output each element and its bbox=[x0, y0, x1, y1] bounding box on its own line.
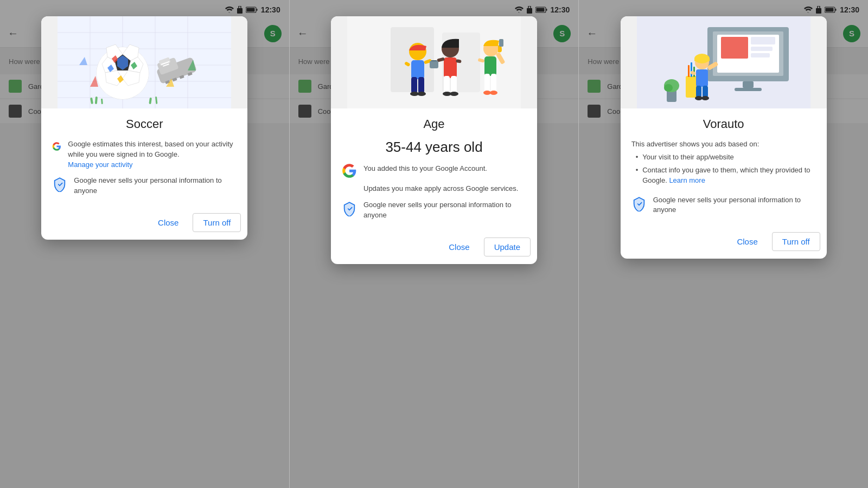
svg-rect-74 bbox=[484, 56, 496, 76]
svg-rect-99 bbox=[691, 62, 692, 77]
dialog-vorauto-actions: Close Turn off bbox=[621, 228, 827, 259]
svg-rect-104 bbox=[696, 69, 708, 87]
svg-rect-96 bbox=[735, 88, 762, 91]
svg-rect-108 bbox=[703, 86, 708, 98]
screens-container: 12:30 ← Google Ad Settings S How were ad… bbox=[0, 0, 868, 488]
svg-rect-75 bbox=[484, 74, 490, 92]
bullet-item-2: • Contact info you gave to them, which t… bbox=[636, 165, 816, 185]
svg-rect-65 bbox=[444, 76, 450, 93]
svg-point-80 bbox=[483, 91, 491, 95]
svg-point-72 bbox=[450, 92, 458, 96]
google-g-icon-2 bbox=[342, 163, 357, 178]
svg-rect-107 bbox=[696, 86, 701, 98]
soccer-illustration bbox=[41, 16, 247, 108]
dialog-soccer: Soccer Google estimates this interest, b… bbox=[41, 16, 247, 240]
age-privacy-text: Google never sells your personal informa… bbox=[363, 200, 526, 220]
info-row-soccer-1: Google estimates this interest, based on… bbox=[52, 139, 237, 169]
dialog-vorauto-body: Vorauto This advertiser shows you ads ba… bbox=[621, 108, 827, 228]
vorauto-close-button[interactable]: Close bbox=[727, 233, 767, 251]
svg-rect-95 bbox=[743, 81, 754, 88]
svg-rect-98 bbox=[688, 65, 690, 77]
svg-rect-92 bbox=[751, 37, 775, 44]
soccer-privacy-text: Google never sells your personal informa… bbox=[74, 176, 237, 195]
soccer-turnoff-button[interactable]: Turn off bbox=[193, 213, 241, 232]
age-info-secondary: Updates you make apply across Google ser… bbox=[363, 184, 518, 192]
svg-rect-76 bbox=[491, 74, 496, 92]
overlay-1: Soccer Google estimates this interest, b… bbox=[0, 0, 289, 488]
svg-rect-93 bbox=[751, 47, 773, 51]
svg-point-62 bbox=[417, 92, 426, 96]
bullet-item-1: • Your visit to their app/website bbox=[636, 152, 816, 162]
svg-point-81 bbox=[490, 91, 497, 95]
overlay-3: Vorauto This advertiser shows you ads ba… bbox=[579, 0, 868, 488]
svg-point-110 bbox=[701, 96, 709, 100]
screen-soccer: 12:30 ← Google Ad Settings S How were ad… bbox=[0, 0, 290, 488]
svg-rect-91 bbox=[721, 37, 748, 59]
vorauto-intro-text: This advertiser shows you ads based on: bbox=[631, 140, 760, 148]
dialog-age-body: Age 35-44 years old You added this to yo… bbox=[331, 108, 537, 233]
svg-rect-69 bbox=[430, 61, 438, 68]
dialog-vorauto: Vorauto This advertiser shows you ads ba… bbox=[621, 16, 827, 259]
svg-rect-103 bbox=[694, 59, 710, 61]
vorauto-bullet-list: • Your visit to their app/website • Cont… bbox=[631, 152, 816, 185]
vorauto-illustration bbox=[621, 16, 827, 108]
google-g-icon-1 bbox=[52, 139, 61, 154]
learn-more-link[interactable]: Learn more bbox=[669, 176, 705, 184]
overlay-2: Age 35-44 years old You added this to yo… bbox=[290, 0, 579, 488]
vorauto-privacy-text: Google never sells your personal informa… bbox=[653, 195, 816, 215]
age-info-main: You added this to your Google Account. bbox=[363, 164, 487, 172]
info-row-soccer-2: Google never sells your personal informa… bbox=[52, 176, 237, 195]
info-row-vorauto-privacy: Google never sells your personal informa… bbox=[631, 195, 816, 215]
info-row-age-2: Google never sells your personal informa… bbox=[342, 200, 526, 220]
svg-rect-64 bbox=[444, 57, 457, 78]
svg-rect-78 bbox=[499, 39, 503, 47]
dialog-soccer-actions: Close Turn off bbox=[41, 209, 247, 240]
soccer-close-button[interactable]: Close bbox=[148, 214, 188, 232]
dialog-age-title: Age bbox=[342, 117, 526, 131]
dialog-vorauto-title: Vorauto bbox=[631, 117, 816, 131]
svg-rect-57 bbox=[411, 77, 417, 93]
info-row-vorauto-intro: This advertiser shows you ads based on: … bbox=[631, 139, 816, 189]
bullet-text-2: Contact info you gave to them, which the… bbox=[642, 165, 815, 185]
shield-icon-1 bbox=[52, 177, 67, 192]
soccer-info-text: Google estimates this interest, based on… bbox=[68, 140, 233, 158]
age-illustration bbox=[331, 16, 537, 108]
shield-icon-3 bbox=[631, 196, 647, 211]
dialog-soccer-title: Soccer bbox=[52, 117, 237, 131]
shield-icon-2 bbox=[342, 201, 357, 216]
age-subtitle: 35-44 years old bbox=[342, 139, 526, 156]
manage-activity-link[interactable]: Manage your activity bbox=[68, 160, 132, 169]
age-close-button[interactable]: Close bbox=[439, 238, 479, 256]
svg-rect-94 bbox=[751, 53, 770, 57]
svg-rect-66 bbox=[451, 76, 457, 93]
dialog-soccer-body: Soccer Google estimates this interest, b… bbox=[41, 108, 247, 209]
svg-rect-58 bbox=[418, 77, 424, 93]
screen-age: 12:30 ← Google Ad Settings S How were ad… bbox=[290, 0, 579, 488]
dialog-age: Age 35-44 years old You added this to yo… bbox=[331, 16, 537, 264]
info-row-age-1: You added this to your Google Account. U… bbox=[342, 163, 526, 194]
dialog-age-actions: Close Update bbox=[331, 233, 537, 264]
age-update-button[interactable]: Update bbox=[484, 237, 531, 256]
svg-point-109 bbox=[695, 96, 703, 100]
svg-rect-56 bbox=[411, 60, 424, 79]
vorauto-turnoff-button[interactable]: Turn off bbox=[772, 232, 820, 251]
svg-rect-97 bbox=[686, 76, 698, 98]
bullet-text-1: Your visit to their app/website bbox=[642, 152, 734, 162]
svg-point-113 bbox=[664, 84, 673, 92]
screen-vorauto: 12:30 ← Google Ad Settings S How were ad… bbox=[579, 0, 868, 488]
